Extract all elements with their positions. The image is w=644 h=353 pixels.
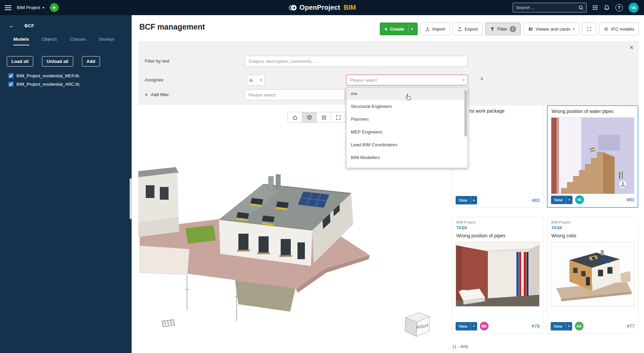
- help-icon[interactable]: ?: [615, 4, 623, 11]
- chevron-down-icon: ▾: [470, 196, 477, 204]
- search-icon[interactable]: [578, 5, 584, 10]
- expand-icon: [335, 115, 341, 120]
- viewer-fullscreen-button[interactable]: [331, 112, 346, 123]
- model-name: BIM_Project_residential_MEP.ifc: [16, 73, 80, 78]
- status-button[interactable]: New ▾: [456, 322, 477, 330]
- add-filter-label[interactable]: + Add filter:: [145, 89, 170, 100]
- search-input[interactable]: [513, 5, 578, 10]
- user-avatar[interactable]: VE: [629, 3, 639, 13]
- viewer-3d-mode-button[interactable]: [302, 112, 317, 123]
- assignee-options-dropdown: me Structural Engineers Planners MEP Eng…: [346, 87, 468, 168]
- status-label: New: [551, 196, 566, 204]
- gear-icon: [604, 27, 609, 32]
- card-title[interactable]: Wrong color: [547, 230, 638, 238]
- tab-models[interactable]: Models: [13, 37, 29, 45]
- create-label: Create: [390, 27, 404, 32]
- hamburger-menu-icon[interactable]: [5, 5, 11, 10]
- sidebar-resize-handle[interactable]: [130, 178, 132, 219]
- viewer-home-button[interactable]: [287, 112, 302, 123]
- dropdown-scrollbar[interactable]: [464, 89, 467, 166]
- ifc-models-label: IFC models: [611, 27, 634, 32]
- assignee-value-select[interactable]: Please select ▾: [346, 75, 468, 85]
- work-package-card-selected[interactable]: Wrong position of water pipes: [547, 105, 638, 208]
- export-label: Export: [465, 27, 478, 32]
- status-button[interactable]: New ▾: [456, 196, 477, 204]
- sidebar-tabs: Models Objects Classes Storeys: [13, 37, 114, 45]
- add-filter-select[interactable]: Please select: [245, 89, 345, 100]
- app-logo[interactable]: OpenProjectBIM: [288, 3, 356, 12]
- dropdown-option[interactable]: Lead BIM Coordinators: [347, 139, 468, 151]
- export-button[interactable]: Export: [453, 23, 482, 35]
- assignee-operator-select[interactable]: is ▾: [246, 75, 265, 85]
- work-package-id[interactable]: #77: [627, 323, 635, 329]
- unload-all-button[interactable]: Unload all: [42, 56, 73, 67]
- chevron-down-icon: ▾: [463, 78, 464, 82]
- card-snapshot[interactable]: [551, 242, 635, 307]
- filter-button[interactable]: Filter 1: [485, 23, 521, 35]
- model-list: BIM_Project_residential_MEP.ifc BIM_Proj…: [8, 73, 129, 87]
- sidebar-title: BCF: [25, 23, 34, 28]
- work-package-id[interactable]: #83: [532, 198, 540, 203]
- grid-icon: [321, 115, 327, 120]
- tab-storeys[interactable]: Storeys: [99, 37, 114, 45]
- page-title: BCF management: [139, 23, 205, 32]
- tab-objects[interactable]: Objects: [42, 37, 57, 45]
- viewer-grid-button[interactable]: [316, 112, 331, 123]
- status-button[interactable]: New ▾: [551, 322, 572, 330]
- work-package-card[interactable]: BIM Project TASK Wrong color: [547, 217, 638, 334]
- plus-icon: +: [52, 5, 56, 11]
- main-content: BCF management + Create ▾ Import Export …: [132, 15, 644, 353]
- card-title[interactable]: Wrong position of water pipes: [548, 106, 638, 114]
- scrollbar-thumb[interactable]: [464, 90, 467, 136]
- dropdown-option[interactable]: Structural Engineers: [347, 100, 468, 113]
- card-snapshot[interactable]: [551, 117, 634, 194]
- card-title[interactable]: Wrong position of pipes: [452, 230, 543, 238]
- import-button[interactable]: Import: [420, 23, 450, 35]
- home-icon: [292, 115, 298, 120]
- filter-text-input[interactable]: [245, 56, 467, 67]
- filter-by-text-label: Filter by text: [145, 56, 170, 67]
- create-button[interactable]: + Create ▾: [380, 23, 418, 35]
- chevron-down-icon: ▾: [565, 322, 572, 330]
- work-package-id[interactable]: #80: [627, 197, 634, 202]
- close-filter-icon[interactable]: ×: [630, 44, 634, 51]
- quick-add-button[interactable]: +: [50, 3, 59, 12]
- assignee-avatar: VE: [575, 195, 584, 204]
- work-package-id[interactable]: #78: [532, 323, 540, 329]
- add-model-button[interactable]: Add: [82, 56, 100, 67]
- model-checkbox[interactable]: [8, 82, 13, 87]
- status-button[interactable]: New ▾: [551, 196, 572, 204]
- cube-icon: [307, 115, 312, 120]
- house-snapshot: [551, 242, 634, 306]
- project-selector[interactable]: BIM Project ▾: [17, 5, 44, 10]
- fullscreen-button[interactable]: [582, 23, 596, 35]
- load-all-button[interactable]: Load all: [7, 56, 33, 67]
- operator-value: is: [249, 78, 253, 83]
- work-package-card[interactable]: BIM Project TASK Wrong position of pipes: [452, 217, 543, 334]
- modules-grid-icon[interactable]: [592, 5, 598, 10]
- toolbar: + Create ▾ Import Export Filter 1: [380, 23, 639, 35]
- card-type-label: TASK: [452, 224, 543, 230]
- ifc-models-button[interactable]: IFC models: [599, 23, 639, 35]
- dropdown-option[interactable]: MEP Engineers: [347, 126, 468, 139]
- status-label: New: [456, 322, 470, 330]
- chevron-down-icon: ▾: [260, 78, 262, 82]
- back-arrow-icon[interactable]: ←: [8, 23, 14, 29]
- tab-classes[interactable]: Classes: [70, 37, 86, 45]
- assignee-placeholder: Please select: [350, 78, 377, 83]
- import-icon: [425, 27, 430, 32]
- dropdown-option[interactable]: BIM Modellers: [347, 151, 468, 164]
- viewer-toolbar: [287, 112, 346, 123]
- dropdown-option[interactable]: Planners: [347, 113, 468, 126]
- assignee-avatar: AA: [575, 322, 584, 330]
- chevron-down-icon: ▾: [411, 27, 413, 31]
- card-project-label: BIM Project: [452, 217, 543, 224]
- export-icon: [457, 27, 462, 32]
- model-checkbox[interactable]: [8, 73, 13, 78]
- viewer-mode-button[interactable]: Viewer and cards ▾: [523, 23, 579, 35]
- notifications-bell-icon[interactable]: [604, 5, 610, 11]
- card-snapshot[interactable]: [456, 242, 540, 307]
- viewer-mode-label: Viewer and cards: [536, 27, 570, 32]
- navigation-cube[interactable]: RIGHT: [400, 308, 433, 341]
- remove-filter-icon[interactable]: ×: [480, 76, 484, 82]
